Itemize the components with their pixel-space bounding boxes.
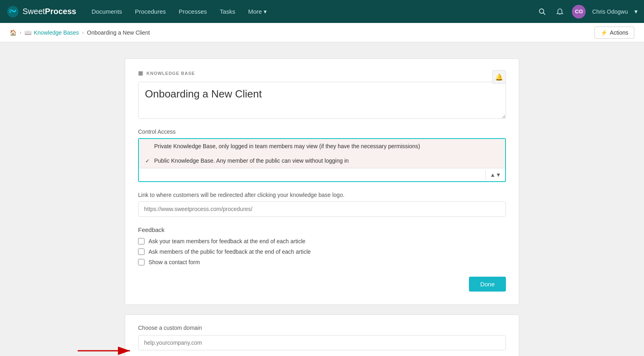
custom-domain-label: Choose a custom domain bbox=[138, 325, 506, 331]
lightning-icon: ⚡ bbox=[601, 29, 607, 36]
control-access-label: Control Access bbox=[138, 128, 506, 135]
user-name[interactable]: Chris Odogwu bbox=[592, 8, 628, 15]
feedback-option-2-row[interactable]: Ask members of the public for feedback a… bbox=[138, 248, 506, 255]
navbar: SweetProcess Documents Procedures Proces… bbox=[0, 0, 644, 23]
main-content: ▦ KNOWLEDGE BASE 🔔 Onboarding a New Clie… bbox=[0, 42, 644, 356]
user-avatar[interactable]: CO bbox=[572, 5, 586, 19]
nav-right: CO Chris Odogwu ▾ bbox=[537, 5, 638, 19]
access-dropdown-wrapper: Private Knowledge Base, only logged in t… bbox=[138, 138, 506, 182]
knowledge-base-card: ▦ KNOWLEDGE BASE 🔔 Onboarding a New Clie… bbox=[125, 58, 519, 305]
breadcrumb-knowledge-bases[interactable]: 📖 Knowledge Bases bbox=[25, 29, 79, 36]
svg-point-1 bbox=[9, 8, 12, 11]
knowledge-base-title[interactable]: Onboarding a New Client bbox=[138, 82, 506, 119]
dropdown-options: Private Knowledge Base, only logged in t… bbox=[139, 139, 505, 168]
feedback-title: Feedback bbox=[138, 226, 506, 233]
check-selected: ✓ bbox=[145, 158, 151, 164]
brand-logo-link[interactable]: SweetProcess bbox=[6, 5, 76, 18]
grid-icon: ▦ bbox=[138, 70, 143, 76]
bell-icon: 🔔 bbox=[495, 73, 503, 81]
dropdown-arrow-button[interactable]: ▲▼ bbox=[485, 170, 505, 180]
feedback-option-3-row[interactable]: Show a contact form bbox=[138, 259, 506, 265]
home-icon: 🏠 bbox=[10, 29, 17, 36]
custom-domain-input[interactable] bbox=[138, 335, 506, 350]
actions-button[interactable]: ⚡ Actions bbox=[594, 27, 634, 39]
breadcrumb-home[interactable]: 🏠 bbox=[10, 29, 17, 36]
redirect-label: Link to where customers will be redirect… bbox=[138, 192, 506, 198]
feedback-option-1-row[interactable]: Ask your team members for feedback at th… bbox=[138, 238, 506, 244]
nav-documents[interactable]: Documents bbox=[86, 5, 128, 18]
nav-links: Documents Procedures Processes Tasks Mor… bbox=[86, 5, 537, 19]
dropdown-select-row: ▲▼ bbox=[139, 168, 505, 181]
feedback-contact-checkbox[interactable] bbox=[138, 259, 144, 265]
dropdown-option-private[interactable]: Private Knowledge Base, only logged in t… bbox=[139, 139, 505, 153]
nav-processes[interactable]: Processes bbox=[173, 5, 213, 18]
breadcrumb-sep-2: › bbox=[82, 30, 84, 35]
user-dropdown-icon[interactable]: ▾ bbox=[634, 8, 638, 15]
nav-procedures[interactable]: Procedures bbox=[129, 5, 171, 18]
feedback-public-checkbox[interactable] bbox=[138, 248, 144, 255]
feedback-team-checkbox[interactable] bbox=[138, 238, 144, 244]
access-dropdown-open[interactable]: Private Knowledge Base, only logged in t… bbox=[138, 138, 506, 182]
brand-name: SweetProcess bbox=[23, 7, 76, 16]
redirect-section: Link to where customers will be redirect… bbox=[138, 192, 506, 217]
feedback-section: Feedback Ask your team members for feedb… bbox=[138, 226, 506, 265]
svg-line-3 bbox=[543, 12, 545, 14]
access-select[interactable] bbox=[139, 168, 485, 181]
outer-wrapper: ▦ KNOWLEDGE BASE 🔔 Onboarding a New Clie… bbox=[125, 58, 519, 356]
breadcrumb: 🏠 › 📖 Knowledge Bases › Onboarding a New… bbox=[10, 29, 150, 36]
chevron-down-icon: ▾ bbox=[264, 8, 267, 15]
book-icon: 📖 bbox=[25, 29, 31, 36]
nav-tasks[interactable]: Tasks bbox=[214, 5, 241, 18]
search-button[interactable] bbox=[537, 6, 548, 17]
dropdown-option-public[interactable]: ✓ Public Knowledge Base. Any member of t… bbox=[139, 153, 505, 168]
breadcrumb-sep-1: › bbox=[20, 30, 21, 35]
done-row: Done bbox=[138, 277, 506, 292]
section-label: ▦ KNOWLEDGE BASE bbox=[138, 70, 506, 76]
redirect-input[interactable] bbox=[138, 201, 506, 217]
done-button[interactable]: Done bbox=[469, 277, 506, 292]
notifications-button[interactable] bbox=[554, 6, 566, 17]
breadcrumb-current: Onboarding a New Client bbox=[87, 29, 150, 36]
bell-button[interactable]: 🔔 bbox=[492, 70, 506, 84]
custom-domain-section: Choose a custom domain Setup Domain bbox=[125, 315, 519, 356]
red-arrow bbox=[70, 333, 150, 356]
breadcrumb-bar: 🏠 › 📖 Knowledge Bases › Onboarding a New… bbox=[0, 23, 644, 42]
nav-more[interactable]: More ▾ bbox=[242, 5, 272, 19]
